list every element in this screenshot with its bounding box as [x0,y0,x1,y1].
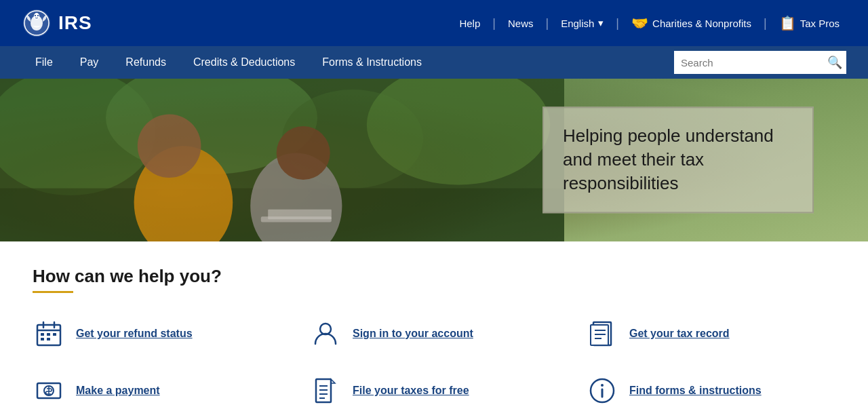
nav-file[interactable]: File [22,46,66,79]
svg-rect-24 [53,333,56,336]
top-nav-english[interactable]: English ▾ [554,17,610,29]
svg-point-5 [37,15,39,16]
top-nav-charities[interactable]: 🤝 Charities & Nonprofits [625,15,758,31]
help-item-tax-record-text: Get your tax record [629,328,730,340]
chevron-down-icon: ▾ [598,17,604,29]
nav-forms[interactable]: Forms & Instructions [309,46,435,79]
document-lines-icon [309,374,342,407]
search-area: 🔍 [674,51,846,74]
svg-point-4 [35,15,36,16]
main-nav: File Pay Refunds Credits & Deductions Fo… [0,46,868,79]
search-icon: 🔍 [827,55,842,70]
search-button[interactable]: 🔍 [823,51,846,74]
top-bar: IRS Help | News | English ▾ | 🤝 Charitie… [0,0,868,46]
help-title-underline [33,291,73,293]
svg-rect-26 [47,338,50,340]
svg-point-13 [138,114,201,178]
svg-point-44 [601,384,604,387]
hero-tagline-text: Helping people understand and meet their… [563,124,793,195]
help-item-payment[interactable]: Make a payment [33,369,282,409]
irs-eagle-icon [22,8,52,38]
svg-rect-25 [41,338,44,340]
tax-pros-icon: 📋 [779,15,796,31]
logo-area: IRS [22,8,92,38]
svg-rect-22 [41,333,44,336]
help-item-tax-record[interactable]: Get your tax record [586,312,835,355]
svg-rect-17 [268,210,332,220]
help-item-find-forms[interactable]: Find forms & instructions [586,369,835,409]
calendar-icon [33,317,65,350]
hero-tagline-box: Helping people understand and meet their… [542,106,814,213]
help-item-sign-in[interactable]: Sign in to your account [309,312,559,355]
help-item-file-free[interactable]: File your taxes for free [309,369,559,409]
help-section: How can we help you? Get your refund sta… [0,241,868,409]
help-item-refund-status[interactable]: Get your refund status [33,312,282,355]
hero-illustration [0,79,564,241]
nav-pay[interactable]: Pay [66,46,113,79]
top-nav: Help | News | English ▾ | 🤝 Charities & … [452,15,846,31]
info-circle-icon [586,374,618,407]
divider-1: | [492,16,496,31]
nav-refunds[interactable]: Refunds [112,46,180,79]
nav-credits[interactable]: Credits & Deductions [180,46,309,79]
help-item-file-free-text: File your taxes for free [353,385,469,397]
person-icon [309,317,342,350]
help-item-find-forms-text: Find forms & instructions [629,385,762,397]
top-nav-tax-pros[interactable]: 📋 Tax Pros [772,15,846,31]
help-item-refund-status-text: Get your refund status [76,328,193,340]
svg-point-3 [34,13,39,20]
divider-4: | [764,16,767,31]
divider-2: | [545,16,549,31]
charities-icon: 🤝 [631,15,648,31]
hero-section: Helping people understand and meet their… [0,79,868,241]
top-nav-news[interactable]: News [501,18,540,29]
help-section-title: How can we help you? [33,266,835,287]
logo-text: IRS [58,12,92,34]
help-grid: Get your refund status Sign in to your a… [33,312,835,409]
top-nav-help[interactable]: Help [452,18,487,29]
divider-3: | [616,16,619,31]
svg-point-15 [277,126,330,180]
document-stack-icon [586,317,618,350]
svg-rect-23 [47,333,50,336]
payment-icon [33,374,65,407]
search-input[interactable] [674,51,823,74]
main-nav-links: File Pay Refunds Credits & Deductions Fo… [22,46,435,79]
svg-point-27 [320,324,331,334]
help-item-sign-in-text: Sign in to your account [353,328,473,340]
help-item-payment-text: Make a payment [76,385,160,397]
